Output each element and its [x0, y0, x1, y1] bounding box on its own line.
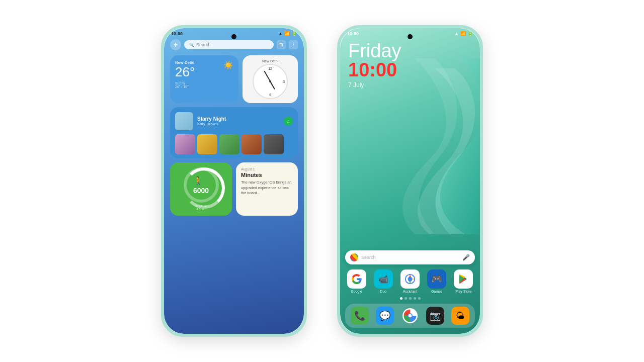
assistant-app-icon: [400, 269, 420, 289]
clock-12: 12: [268, 67, 272, 70]
google-search-bar[interactable]: Search 🎤: [345, 250, 475, 264]
app-grid: Google 📹 Duo: [345, 269, 475, 293]
battery-icon: 🔋: [291, 31, 297, 36]
search-icon: 🔍: [189, 43, 194, 47]
notes-title: Minutes: [241, 172, 293, 178]
widget-row-3: 🚶 6000 120 kcal 4.5 km August 1 Minutes …: [170, 162, 298, 216]
album-4[interactable]: [242, 134, 262, 154]
app-playstore-label: Play Store: [455, 290, 471, 293]
app-duo[interactable]: 📹 Duo: [374, 269, 393, 293]
app-assistant[interactable]: Assistant: [400, 269, 420, 293]
dot-2: [405, 297, 407, 300]
signal-icon-2: 📶: [460, 31, 466, 36]
lockscreen-date: 7 July: [348, 81, 472, 88]
dot-4: [414, 297, 416, 300]
spotify-title: Starry Night: [197, 116, 280, 122]
add-button[interactable]: +: [170, 39, 181, 50]
spotify-albums: [175, 134, 293, 154]
svg-point-7: [409, 314, 412, 318]
google-search-text: Search: [361, 255, 459, 260]
google-app-icon: [347, 269, 366, 289]
dock-weather[interactable]: 🌤: [451, 307, 469, 325]
google-g-icon: [350, 253, 358, 261]
weather-city: New Delhi: [175, 60, 233, 65]
dot-1: [400, 297, 403, 300]
app-playstore[interactable]: Play Store: [454, 269, 473, 293]
app-games[interactable]: 🎮 Games: [427, 269, 446, 293]
phone-2: 10:00 ▲ 📶 🔋 Friday 10:00 7 July Search 🎤: [337, 25, 483, 337]
spotify-logo: ♫: [284, 117, 293, 126]
widget-row-1: ☀️ New Delhi 26° Sunny 26° / 16° New Del…: [170, 55, 298, 103]
dot-5: [418, 297, 421, 300]
clock-center: [269, 80, 271, 82]
lockscreen-time: 10:00: [348, 60, 472, 79]
clock-face: 12 3 6: [253, 64, 288, 99]
spotify-artist: Katy Brown: [197, 122, 280, 126]
battery-icon-2: 🔋: [467, 31, 473, 36]
camera-dot-1: [231, 34, 236, 39]
clock-6: 6: [269, 93, 271, 97]
time-1: 10:00: [171, 31, 183, 36]
search-input-1[interactable]: 🔍 Search: [184, 40, 274, 49]
status-icons-1: ▲ 📶 🔋: [278, 31, 297, 36]
time-2: 10:00: [347, 31, 359, 36]
fitness-ring: 🚶 6000: [184, 167, 219, 203]
spotify-widget[interactable]: Starry Night Katy Brown ♫: [170, 107, 298, 158]
grid-icon[interactable]: ⊞: [277, 40, 286, 49]
wifi-icon: ▲: [278, 31, 283, 36]
album-1[interactable]: [175, 134, 195, 154]
clock-label: New Delhi: [262, 59, 278, 63]
phone-1: 10:00 ▲ 📶 🔋 + 🔍 Search ⊞ ⋮: [161, 25, 307, 337]
dock-messages[interactable]: 💬: [376, 307, 394, 325]
signal-icon: 📶: [284, 31, 290, 36]
lockscreen-content: Friday 10:00 7 July: [340, 37, 480, 108]
clock-3: 3: [283, 80, 285, 83]
app-google[interactable]: Google: [347, 269, 366, 293]
app-google-label: Google: [351, 290, 362, 293]
camera-dot-2: [408, 34, 413, 39]
dock-bar: 📞 💬 📷 🌤: [345, 304, 475, 328]
page-dots: [345, 297, 475, 300]
search-bar-1: + 🔍 Search ⊞ ⋮: [170, 39, 298, 50]
album-3[interactable]: [219, 134, 239, 154]
more-icon[interactable]: ⋮: [289, 40, 298, 49]
dock-camera[interactable]: 📷: [426, 307, 444, 325]
album-5[interactable]: [264, 134, 284, 154]
weather-widget[interactable]: ☀️ New Delhi 26° Sunny 26° / 16°: [170, 55, 238, 103]
app-duo-label: Duo: [380, 290, 386, 293]
album-2[interactable]: [197, 134, 217, 154]
google-mic-icon[interactable]: 🎤: [462, 254, 470, 261]
weather-range: 26° / 16°: [175, 85, 233, 88]
lockscreen-day: Friday: [348, 41, 472, 60]
duo-app-icon: 📹: [374, 269, 393, 289]
dock-phone[interactable]: 📞: [351, 307, 369, 325]
fitness-widget[interactable]: 🚶 6000 120 kcal 4.5 km: [170, 162, 232, 216]
notes-date: August 1: [241, 167, 293, 171]
app-games-label: Games: [431, 290, 443, 293]
dot-3: [409, 297, 412, 300]
dock-chrome[interactable]: [401, 307, 419, 325]
games-app-icon: 🎮: [427, 269, 446, 289]
wifi-icon-2: ▲: [454, 31, 459, 36]
app-assistant-label: Assistant: [403, 290, 417, 293]
notes-text: The new OxygenOS brings an upgraded expe…: [241, 180, 293, 196]
notes-widget[interactable]: August 1 Minutes The new OxygenOS brings…: [236, 162, 298, 216]
spotify-album-thumb: [175, 112, 193, 130]
homescreen-bottom: Search 🎤 Google: [340, 246, 480, 334]
svg-point-1: [408, 277, 412, 281]
fitness-progress: [184, 167, 225, 209]
playstore-app-icon: [454, 269, 473, 289]
hour-hand: [270, 81, 275, 90]
clock-widget[interactable]: New Delhi 12 3 6: [243, 55, 298, 103]
weather-condition: Sunny: [175, 81, 233, 85]
status-icons-2: ▲ 📶 🔋: [454, 31, 473, 36]
